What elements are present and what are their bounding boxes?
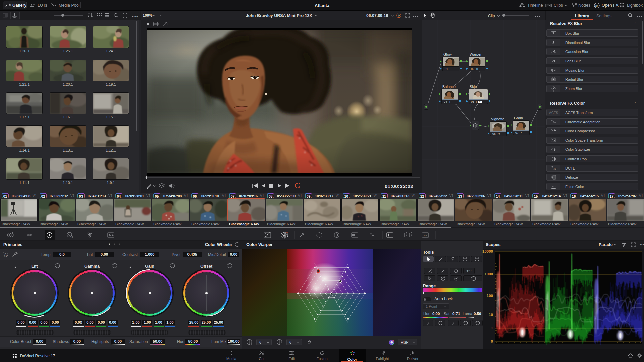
svg-text:3D: 3D — [423, 234, 427, 237]
svg-text:HDR: HDR — [71, 236, 73, 238]
svg-text:ACES: ACES — [549, 111, 558, 114]
svg-text:fx: fx — [595, 4, 598, 7]
svg-text:DCTL: DCTL — [553, 168, 557, 170]
